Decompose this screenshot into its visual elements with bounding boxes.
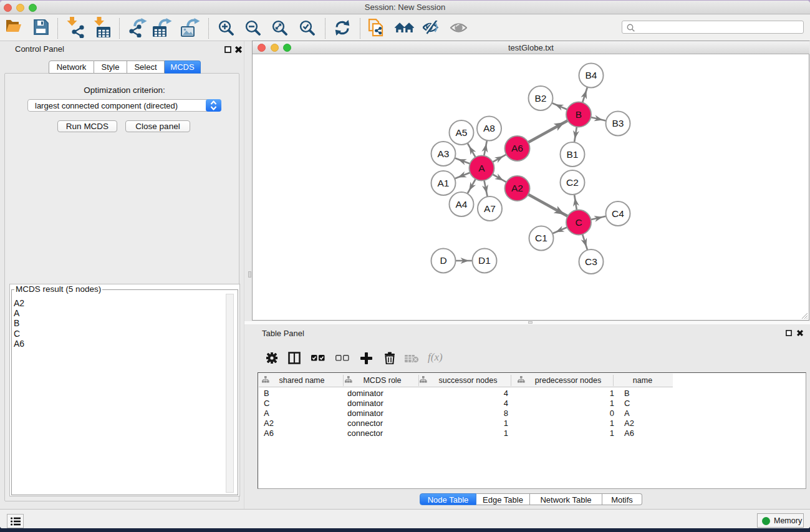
svg-text:A2: A2 xyxy=(511,183,523,193)
svg-text:D: D xyxy=(440,255,446,266)
svg-text:B4: B4 xyxy=(586,70,597,80)
svg-text:C2: C2 xyxy=(566,177,579,188)
svg-text:C4: C4 xyxy=(612,208,624,219)
svg-text:B: B xyxy=(576,109,582,120)
svg-text:B1: B1 xyxy=(567,149,579,160)
svg-text:A3: A3 xyxy=(438,148,450,159)
svg-text:B2: B2 xyxy=(535,93,547,104)
svg-text:A6: A6 xyxy=(511,143,523,153)
svg-text:A8: A8 xyxy=(483,123,495,133)
svg-text:A7: A7 xyxy=(484,203,496,214)
svg-text:A5: A5 xyxy=(456,127,468,138)
svg-text:D1: D1 xyxy=(478,255,491,266)
svg-text:A1: A1 xyxy=(438,178,450,188)
svg-text:C1: C1 xyxy=(535,233,547,243)
svg-text:A: A xyxy=(478,163,485,173)
svg-text:C3: C3 xyxy=(585,256,597,267)
svg-text:A4: A4 xyxy=(456,199,468,210)
svg-text:C: C xyxy=(575,217,582,228)
svg-text:B3: B3 xyxy=(612,118,624,128)
